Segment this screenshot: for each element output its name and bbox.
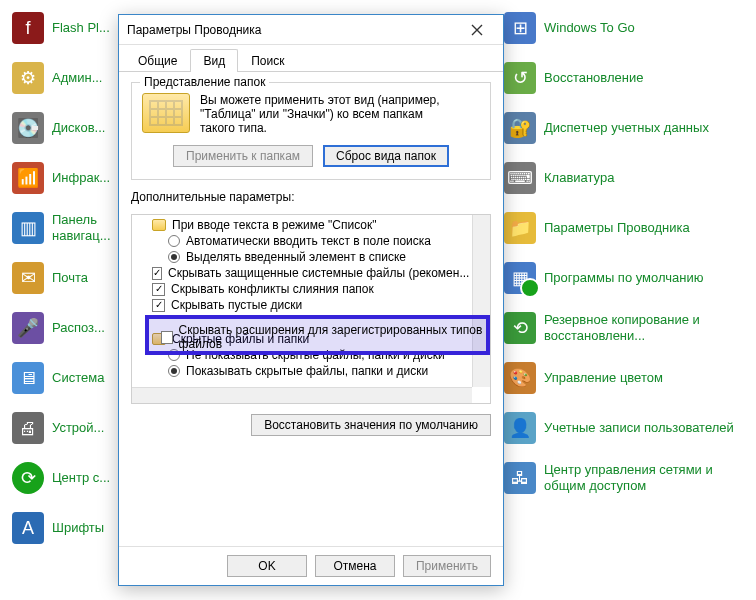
tree-label: Автоматически вводить текст в поле поиск…: [186, 234, 431, 248]
user-accounts-icon: 👤: [504, 412, 536, 444]
disk-icon: 💽: [12, 112, 44, 144]
restore-defaults-button[interactable]: Восстановить значения по умолчанию: [251, 414, 491, 436]
recovery-icon: ↺: [504, 62, 536, 94]
apply-button[interactable]: Применить: [403, 555, 491, 577]
cp-item-speech[interactable]: 🎤Распоз...: [12, 312, 132, 344]
flash-icon: f: [12, 12, 44, 44]
dialog-title: Параметры Проводника: [127, 23, 261, 37]
cp-item-label: Диспетчер учетных данных: [544, 120, 709, 136]
tree-label: Скрывать защищенные системные файлы (рек…: [168, 266, 469, 280]
cp-item-label: Восстановление: [544, 70, 643, 86]
checkbox-icon: [161, 331, 173, 344]
cp-item-label: Почта: [52, 270, 88, 286]
checkbox-icon: [152, 299, 165, 312]
cp-item-navbar[interactable]: ▥Панель навигац...: [12, 212, 132, 244]
taskbar-icon: ▥: [12, 212, 44, 244]
cp-item-label: Шрифты: [52, 520, 104, 536]
titlebar[interactable]: Параметры Проводника: [119, 15, 503, 45]
tab-search[interactable]: Поиск: [238, 49, 297, 72]
tree-label: Скрывать расширения для зарегистрированн…: [179, 323, 485, 351]
cp-item-keyboard[interactable]: ⌨Клавиатура: [504, 162, 744, 194]
control-panel-left-column: fFlash Pl... ⚙Админ... 💽Дисков... 📶Инфра…: [12, 12, 132, 588]
cp-item-backup[interactable]: ⟲Резервное копирование и восстановлени..…: [504, 312, 744, 344]
cp-item-label: Устрой...: [52, 420, 104, 436]
cp-item-sync[interactable]: ⟳Центр с...: [12, 462, 132, 494]
vertical-scrollbar[interactable]: [472, 215, 490, 387]
cp-item-label: Центр с...: [52, 470, 110, 486]
cp-item-default-programs[interactable]: ▦Программы по умолчанию: [504, 262, 744, 294]
default-programs-icon: ▦: [504, 262, 536, 294]
network-sharing-icon: 🖧: [504, 462, 536, 494]
cp-item-network[interactable]: 🖧Центр управления сетями и общим доступо…: [504, 462, 744, 494]
tab-view[interactable]: Вид: [190, 49, 238, 72]
tab-general[interactable]: Общие: [125, 49, 190, 72]
folder-options-dialog: Параметры Проводника Общие Вид Поиск Пре…: [118, 14, 504, 586]
advanced-settings-list: При вводе текста в режиме "Список" Автом…: [131, 214, 491, 404]
fonts-icon: A: [12, 512, 44, 544]
cp-item-mail[interactable]: ✉Почта: [12, 262, 132, 294]
close-icon: [471, 24, 483, 36]
system-icon: 🖥: [12, 362, 44, 394]
cp-item-flash[interactable]: fFlash Pl...: [12, 12, 132, 44]
option-select-typed[interactable]: Выделять введенный элемент в списке: [138, 249, 466, 265]
speech-icon: 🎤: [12, 312, 44, 344]
devices-icon: 🖨: [12, 412, 44, 444]
cp-item-label: Windows To Go: [544, 20, 635, 36]
cp-item-label: Параметры Проводника: [544, 220, 690, 236]
cp-item-credmgr[interactable]: 🔐Диспетчер учетных данных: [504, 112, 744, 144]
folder-views-group: Представление папок Вы можете применить …: [131, 82, 491, 180]
cp-item-recovery[interactable]: ↺Восстановление: [504, 62, 744, 94]
control-panel-right-column: ⊞Windows To Go ↺Восстановление 🔐Диспетче…: [504, 12, 744, 588]
cp-item-explorer-options[interactable]: 📁Параметры Проводника: [504, 212, 744, 244]
mail-icon: ✉: [12, 262, 44, 294]
cp-item-label: Управление цветом: [544, 370, 663, 386]
option-hide-empty[interactable]: Скрывать пустые диски: [138, 297, 466, 313]
sync-icon: ⟳: [12, 462, 44, 494]
cp-item-label: Система: [52, 370, 104, 386]
keyboard-icon: ⌨: [504, 162, 536, 194]
cp-item-label: Центр управления сетями и общим доступом: [544, 462, 744, 493]
cp-item-fonts[interactable]: AШрифты: [12, 512, 132, 544]
option-hide-protected[interactable]: Скрывать защищенные системные файлы (рек…: [138, 265, 466, 281]
option-hide-merge[interactable]: Скрывать конфликты слияния папок: [138, 281, 466, 297]
cp-item-label: Flash Pl...: [52, 20, 110, 36]
apply-to-folders-button[interactable]: Применить к папкам: [173, 145, 313, 167]
credential-manager-icon: 🔐: [504, 112, 536, 144]
cp-item-label: Дисков...: [52, 120, 105, 136]
advanced-settings-label: Дополнительные параметры:: [131, 190, 491, 204]
radio-icon: [168, 365, 180, 377]
reset-folders-button[interactable]: Сброс вида папок: [323, 145, 449, 167]
option-auto-type[interactable]: Автоматически вводить текст в поле поиск…: [138, 233, 466, 249]
windows-to-go-icon: ⊞: [504, 12, 536, 44]
infrared-icon: 📶: [12, 162, 44, 194]
cp-item-color[interactable]: 🎨Управление цветом: [504, 362, 744, 394]
cp-item-devices[interactable]: 🖨Устрой...: [12, 412, 132, 444]
tree-label: При вводе текста в режиме "Список": [172, 218, 377, 232]
option-hide-extensions[interactable]: Скрывать расширения для зарегистрированн…: [161, 323, 485, 351]
horizontal-scrollbar[interactable]: [132, 387, 472, 403]
checkbox-icon: [152, 267, 162, 280]
admin-tools-icon: ⚙: [12, 62, 44, 94]
cp-item-wintogo[interactable]: ⊞Windows To Go: [504, 12, 744, 44]
tab-strip: Общие Вид Поиск: [119, 45, 503, 72]
group-title: Представление папок: [140, 75, 269, 89]
cp-item-disk[interactable]: 💽Дисков...: [12, 112, 132, 144]
cp-item-admin[interactable]: ⚙Админ...: [12, 62, 132, 94]
dialog-footer: OK Отмена Применить: [119, 546, 503, 585]
cp-item-label: Инфрак...: [52, 170, 110, 186]
color-management-icon: 🎨: [504, 362, 536, 394]
folder-icon: [152, 219, 166, 231]
cancel-button[interactable]: Отмена: [315, 555, 395, 577]
option-hidden-yes[interactable]: Показывать скрытые файлы, папки и диски: [138, 363, 466, 379]
tree-label: Скрывать конфликты слияния папок: [171, 282, 374, 296]
close-button[interactable]: [459, 18, 495, 42]
folder-icon: [142, 93, 190, 133]
folder-options-icon: 📁: [504, 212, 536, 244]
cp-item-label: Учетные записи пользователей: [544, 420, 734, 436]
tree-header-typing: При вводе текста в режиме "Список": [138, 217, 466, 233]
radio-icon: [168, 251, 180, 263]
cp-item-infrared[interactable]: 📶Инфрак...: [12, 162, 132, 194]
cp-item-system[interactable]: 🖥Система: [12, 362, 132, 394]
cp-item-users[interactable]: 👤Учетные записи пользователей: [504, 412, 744, 444]
ok-button[interactable]: OK: [227, 555, 307, 577]
